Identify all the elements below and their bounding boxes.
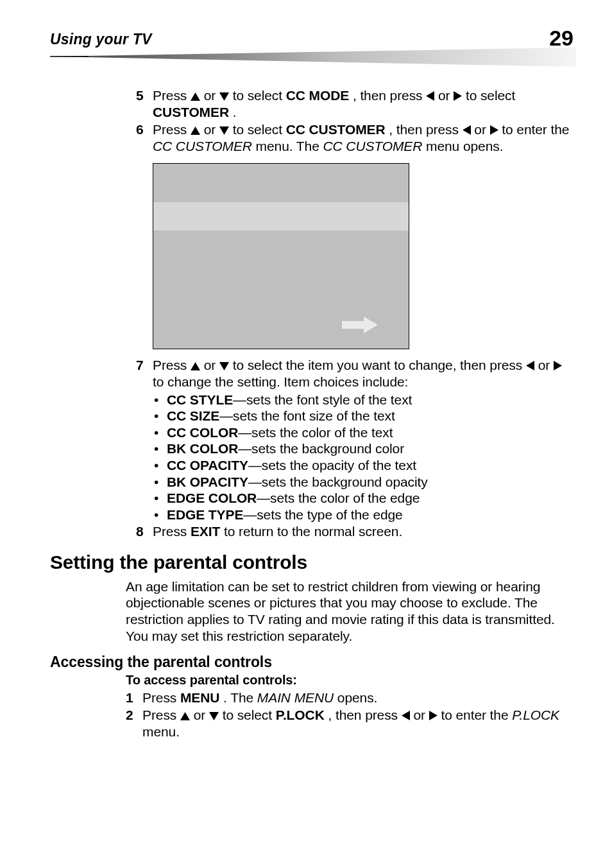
list-item: CC OPACITY—sets the opacity of the text [167, 457, 574, 474]
text: or [413, 707, 429, 722]
bold-text: EDGE TYPE [167, 507, 243, 522]
content: 5 Press or to select CC MODE , then pres… [136, 87, 574, 740]
list-item: CC COLOR—sets the color of the text [167, 424, 574, 441]
text: or [194, 707, 209, 722]
step-number: 7 [136, 357, 153, 390]
breadcrumb: Using your TV [50, 31, 152, 48]
step-number: 8 [136, 523, 153, 540]
svg-marker-0 [50, 48, 576, 67]
right-triangle-icon [554, 361, 562, 370]
page: Using your TV 29 5 Press [0, 0, 612, 868]
text: to select [233, 88, 286, 103]
text: Press [153, 524, 191, 539]
text: Press [142, 707, 180, 722]
right-triangle-icon [490, 125, 498, 135]
step-body: Press or to select CC MODE , then press … [153, 87, 574, 120]
text: or [438, 88, 454, 103]
list-item: CC STYLE—sets the font style of the text [167, 392, 574, 408]
italic-text: CC CUSTOMER [153, 139, 252, 153]
italic-text: CC CUSTOMER [323, 139, 422, 153]
step-number: 5 [136, 87, 153, 120]
step-body: Press or to select the item you want to … [153, 357, 574, 390]
text: to enter the [502, 122, 569, 137]
text: menu opens. [426, 139, 503, 153]
text: —sets the opacity of the text [248, 458, 416, 473]
choices-list: CC STYLE—sets the font style of the text… [153, 392, 574, 523]
italic-text: MAIN MENU [257, 690, 334, 705]
text: opens. [337, 690, 377, 705]
text: to change the setting. Item choices incl… [153, 374, 408, 389]
up-triangle-icon [191, 362, 200, 370]
step-6: 6 Press or to select CC CUSTOMER , then … [136, 121, 574, 154]
svg-marker-12 [191, 362, 200, 370]
svg-marker-6 [191, 126, 200, 135]
svg-marker-4 [426, 91, 434, 101]
text: . The [223, 690, 257, 705]
down-triangle-icon [219, 92, 229, 101]
italic-text: P.LOCK [512, 707, 559, 722]
step-5: 5 Press or to select CC MODE , then pres… [136, 87, 574, 120]
bold-text: BK OPACITY [167, 474, 248, 489]
step-body: Press EXIT to return to the normal scree… [153, 523, 574, 540]
text: to return to the normal screen. [224, 524, 402, 539]
text: to select [466, 88, 515, 103]
text: Press [153, 358, 191, 372]
text: —sets the color of the edge [257, 490, 420, 505]
step-8: 8 Press EXIT to return to the normal scr… [136, 523, 574, 540]
svg-marker-5 [454, 91, 462, 101]
bold-text: MENU [180, 690, 219, 705]
left-triangle-icon [426, 91, 434, 101]
up-triangle-icon [191, 126, 200, 135]
text: to enter the [441, 707, 512, 722]
step-body: Press MENU . The MAIN MENU opens. [142, 690, 574, 706]
list-item: CC SIZE—sets the font size of the text [167, 408, 574, 424]
left-triangle-icon [526, 361, 534, 370]
svg-marker-19 [429, 711, 438, 720]
text: . [233, 105, 237, 119]
up-triangle-icon [180, 712, 190, 720]
text: , then press [353, 88, 426, 103]
svg-marker-13 [219, 362, 229, 370]
text: , then press [389, 122, 462, 137]
right-triangle-icon [429, 711, 438, 720]
step-number: 2 [126, 707, 142, 740]
svg-marker-17 [209, 712, 219, 720]
list-item: EDGE TYPE—sets the type of the edge [167, 507, 574, 523]
down-triangle-icon [219, 126, 229, 135]
step-number: 6 [136, 121, 153, 154]
bold-text: CC MODE [286, 88, 349, 103]
bold-text: CC OPACITY [167, 458, 248, 473]
text: Press [142, 690, 180, 705]
substep-2: 2 Press or to select P.LOCK , then press… [126, 707, 574, 740]
bold-text: P.LOCK [276, 707, 325, 722]
sub-steps: 1 Press MENU . The MAIN MENU opens. 2 Pr… [126, 690, 574, 740]
bold-text: CC STYLE [167, 392, 233, 407]
text: or [204, 358, 219, 372]
step-body: Press or to select P.LOCK , then press o… [142, 707, 574, 740]
text: menu. The [256, 139, 323, 153]
text: —sets the font style of the text [233, 392, 412, 407]
text: or [474, 122, 489, 137]
list-item: BK OPACITY—sets the background opacity [167, 474, 574, 490]
up-triangle-icon [191, 92, 200, 101]
bold-text: CC COLOR [167, 425, 238, 440]
right-arrow-icon [342, 317, 378, 333]
svg-marker-15 [554, 361, 562, 370]
substep-1: 1 Press MENU . The MAIN MENU opens. [126, 690, 574, 706]
svg-marker-3 [219, 92, 229, 101]
text: or [204, 88, 219, 103]
bold-text: CC SIZE [167, 408, 219, 423]
list-item: EDGE COLOR—sets the color of the edge [167, 490, 574, 507]
bold-text: CUSTOMER [153, 105, 229, 119]
cc-customer-menu-image [153, 163, 409, 349]
step-body: Press or to select CC CUSTOMER , then pr… [153, 121, 574, 154]
bold-text: EDGE COLOR [167, 490, 257, 505]
subsection-heading: Accessing the parental controls [50, 653, 574, 671]
svg-marker-7 [219, 126, 229, 135]
bold-text: CC CUSTOMER [286, 122, 386, 137]
step-7: 7 Press or to select the item you want t… [136, 357, 574, 390]
left-triangle-icon [402, 711, 410, 720]
bold-text: BK COLOR [167, 441, 238, 456]
svg-marker-9 [490, 125, 498, 135]
svg-marker-18 [402, 711, 410, 720]
